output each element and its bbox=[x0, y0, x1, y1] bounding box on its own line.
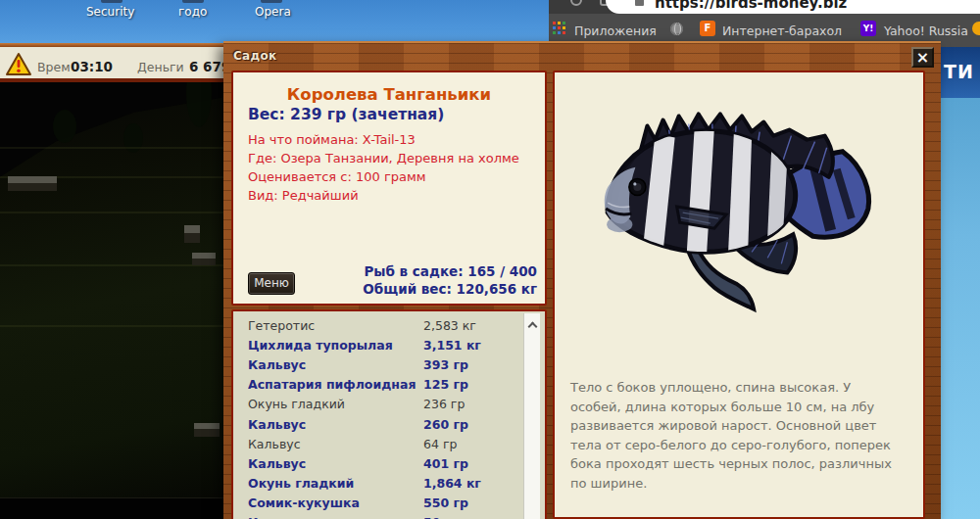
cage-weight-line: Общий вес: 120,656 кг bbox=[363, 280, 537, 298]
fish-image bbox=[578, 78, 884, 315]
fish-list: Гетеротис2,583 кгЦихлида тупорылая3,151 … bbox=[233, 315, 527, 519]
menu-button[interactable]: Меню bbox=[248, 272, 295, 295]
fish-name-cell: Кальвус bbox=[248, 417, 423, 432]
website-header-text: ТИ bbox=[944, 61, 974, 82]
hud-time-label: Врем bbox=[37, 60, 71, 74]
desktop-wallpaper: Security годо Opera bbox=[0, 0, 549, 47]
bookmark-favicon[interactable] bbox=[972, 22, 980, 35]
fish-list-row[interactable]: Коелатура50 гр bbox=[233, 513, 527, 519]
fish-weight-cell: 401 гр bbox=[423, 456, 468, 471]
fish-name-cell: Окунь гладкий bbox=[248, 476, 423, 491]
fish-weight-cell: 64 гр bbox=[423, 437, 457, 451]
bookmark-f-icon[interactable]: F bbox=[700, 21, 715, 36]
place-line: Где: Озера Танзании, Деревня на холме bbox=[248, 149, 545, 167]
fish-details: На что поймана: X-Tail-13 Где: Озера Тан… bbox=[248, 130, 545, 205]
terrace-line bbox=[0, 147, 223, 149]
website-background: ТИ bbox=[941, 47, 980, 519]
bookmark-apps-label[interactable]: Приложения bbox=[574, 24, 657, 38]
fish-description-text: Тело с боков уплощено, спина высокая. У … bbox=[570, 378, 902, 493]
desktop-icon[interactable] bbox=[261, 0, 282, 3]
terrace-line bbox=[0, 212, 223, 213]
hud-money-label: Деньги bbox=[137, 60, 184, 74]
house bbox=[194, 423, 220, 437]
fish-list-panel: Гетеротис2,583 кгЦихлида тупорылая3,151 … bbox=[231, 309, 547, 519]
fish-list-row[interactable]: Кальвус393 гр bbox=[233, 354, 527, 374]
fish-name: Королева Танганьики bbox=[233, 85, 545, 104]
fish-name-cell: Кальвус bbox=[248, 357, 423, 372]
fish-name-cell: Кальвус bbox=[248, 456, 423, 471]
tree-silhouette bbox=[186, 82, 212, 127]
fish-weight-cell: 393 гр bbox=[423, 357, 468, 372]
fish-info-panel: Королева Танганьики Вес: 239 гр (зачетна… bbox=[231, 71, 547, 306]
kind-line: Вид: Редчайший bbox=[248, 186, 545, 205]
close-x-icon: × bbox=[916, 48, 929, 67]
fish-name-cell: Кальвус bbox=[248, 437, 423, 451]
fish-weight-cell: 550 гр bbox=[423, 495, 468, 510]
reload-icon[interactable] bbox=[570, 0, 582, 6]
fish-name-cell: Сомик-кукушка bbox=[248, 495, 423, 510]
desktop-icon[interactable] bbox=[101, 0, 122, 3]
fish-name-cell: Гетеротис bbox=[248, 318, 423, 333]
fish-weight-cell: 236 гр bbox=[423, 397, 465, 411]
address-bar[interactable]: https://birds-money.biz bbox=[606, 0, 980, 14]
fish-list-row[interactable]: Гетеротис2,583 кг bbox=[233, 315, 527, 335]
fish-name-cell: Цихлида тупорылая bbox=[248, 338, 423, 353]
desktop-icon[interactable] bbox=[182, 0, 204, 3]
fish-weight-cell: 3,151 кг bbox=[423, 338, 481, 353]
fish-list-row[interactable]: Окунь гладкий1,864 кг bbox=[233, 474, 527, 494]
bait-line: На что поймана: X-Tail-13 bbox=[248, 130, 545, 149]
desktop-icon-label-godo[interactable]: годо bbox=[178, 5, 207, 19]
fish-weight-cell: 1,864 кг bbox=[423, 476, 481, 491]
url-text[interactable]: https://birds-money.biz bbox=[655, 0, 847, 12]
fish-list-row[interactable]: Кальвус260 гр bbox=[233, 414, 527, 434]
game-hud-bar: Врем 03:10 Деньги 6 679 bbox=[0, 47, 223, 82]
fish-weight: Вес: 239 гр (зачетная) bbox=[248, 106, 545, 123]
fish-list-row[interactable]: Цихлида тупорылая3,151 кг bbox=[233, 335, 527, 354]
bookmark-yahoo-label[interactable]: Yahoo! Russia bbox=[884, 24, 968, 38]
fish-weight-cell: 50 гр bbox=[423, 515, 460, 519]
page-icon bbox=[635, 0, 644, 6]
house bbox=[8, 176, 57, 191]
close-button[interactable]: × bbox=[911, 47, 934, 68]
fish-list-row[interactable]: Сомик-кукушка550 гр bbox=[233, 494, 527, 513]
valued-line: Оценивается с: 100 грамм bbox=[248, 167, 545, 186]
warning-triangle-icon[interactable] bbox=[6, 53, 31, 75]
bookmark-f-label[interactable]: Интернет-барахол bbox=[722, 24, 842, 38]
desktop-icon-label-opera[interactable]: Opera bbox=[255, 5, 291, 19]
window-title: Садок bbox=[233, 49, 276, 63]
chevron-up-icon[interactable] bbox=[528, 321, 536, 329]
fish-description-panel: Тело с боков уплощено, спина высокая. У … bbox=[553, 71, 925, 519]
apps-grid-icon[interactable] bbox=[553, 22, 565, 34]
scrollbar[interactable] bbox=[523, 313, 540, 519]
hud-time-value: 03:10 bbox=[71, 59, 113, 74]
house bbox=[192, 253, 216, 265]
browser-toolbar: https://birds-money.biz bbox=[549, 0, 980, 14]
browser-chrome: https://birds-money.biz Приложения F Инт… bbox=[549, 0, 980, 47]
desktop-icon-label-security[interactable]: Security bbox=[86, 5, 134, 19]
yahoo-icon[interactable]: Y! bbox=[860, 21, 876, 36]
fish-weight-cell: 260 гр bbox=[423, 417, 468, 432]
fish-list-row[interactable]: Аспатария пифлоидная125 гр bbox=[233, 375, 527, 395]
house bbox=[184, 225, 200, 243]
terrace-line bbox=[0, 264, 223, 266]
fish-list-row[interactable]: Кальвус401 гр bbox=[233, 453, 527, 473]
fish-name-cell: Окунь гладкий bbox=[248, 397, 423, 411]
terrace-line bbox=[0, 325, 223, 327]
fish-name-cell: Аспатария пифлоидная bbox=[248, 377, 423, 392]
water bbox=[0, 497, 223, 519]
tree-silhouette bbox=[53, 110, 76, 143]
website-header: ТИ bbox=[941, 47, 980, 98]
cage-count-line: Рыб в садке: 165 / 400 bbox=[363, 262, 537, 280]
fish-weight-cell: 2,583 кг bbox=[423, 318, 476, 333]
game-scene bbox=[0, 82, 223, 519]
sadok-window: Садок × Королева Танганьики Вес: 239 гр … bbox=[223, 41, 941, 519]
fish-list-row[interactable]: Окунь гладкий236 гр bbox=[233, 395, 527, 414]
fish-name-cell: Коелатура bbox=[248, 515, 423, 519]
globe-icon[interactable] bbox=[670, 23, 683, 35]
fish-weight-cell: 125 гр bbox=[423, 377, 468, 392]
cage-totals: Рыб в садке: 165 / 400 Общий вес: 120,65… bbox=[363, 262, 537, 298]
fish-list-row[interactable]: Кальвус64 гр bbox=[233, 434, 527, 453]
